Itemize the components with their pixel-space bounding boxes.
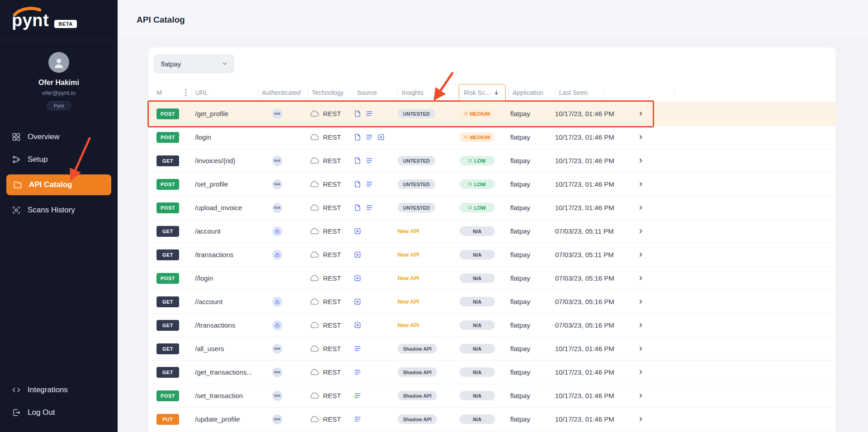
chevron-right-icon[interactable] bbox=[638, 322, 644, 328]
lock-icon bbox=[272, 297, 282, 307]
recorder-icon bbox=[354, 298, 361, 305]
application-label: flatpay bbox=[508, 180, 555, 188]
risk-badge: MEDIUM bbox=[460, 132, 495, 142]
table-row[interactable]: GET //account REST New API N/A flatpay 0… bbox=[148, 290, 836, 314]
risk-badge: N/A bbox=[460, 391, 495, 400]
sidebar-item-overview[interactable]: Overview bbox=[0, 126, 118, 148]
chevron-right-icon[interactable] bbox=[638, 346, 644, 352]
insight-badge: UNTESTED bbox=[398, 203, 435, 212]
technology-cell: REST bbox=[308, 298, 353, 305]
application-label: flatpay bbox=[508, 110, 555, 117]
source-cell bbox=[353, 321, 398, 329]
chevron-right-icon[interactable] bbox=[638, 275, 644, 281]
table-row[interactable]: POST /set_profile N/A REST UNTESTED LOW … bbox=[148, 173, 836, 196]
application-select[interactable]: flatpay bbox=[154, 54, 234, 73]
folder-icon bbox=[13, 180, 22, 189]
technology-cell: REST bbox=[308, 204, 353, 211]
chevron-right-icon[interactable] bbox=[638, 369, 644, 375]
last-seen-label: 10/17/23, 01:46 PM bbox=[555, 133, 603, 141]
list-icon bbox=[354, 345, 361, 352]
chevron-right-icon[interactable] bbox=[638, 134, 644, 140]
table-row[interactable]: GET /all_users N/A REST Shadow API N/A f… bbox=[148, 337, 836, 361]
method-badge: POST bbox=[157, 202, 179, 213]
sidebar-item-integrations[interactable]: Integrations bbox=[0, 379, 118, 401]
table-row[interactable]: GET /invoices/{rid} N/A REST UNTESTED LO… bbox=[148, 149, 836, 173]
table-row[interactable]: POST //login REST New API N/A flatpay 07… bbox=[148, 267, 836, 290]
chevron-right-icon[interactable] bbox=[638, 252, 644, 258]
chevron-right-icon[interactable] bbox=[638, 205, 644, 211]
table-row[interactable]: POST /set_transaction N/A REST Shadow AP… bbox=[148, 384, 836, 408]
technology-label: REST bbox=[323, 415, 341, 423]
last-seen-label: 10/17/23, 01:46 PM bbox=[555, 392, 603, 399]
insight-badge: Shadow API bbox=[398, 414, 437, 424]
auth-na-badge: N/A bbox=[272, 203, 282, 213]
sidebar-item-logout[interactable]: Log Out bbox=[0, 401, 118, 424]
auth-na-badge: N/A bbox=[272, 156, 282, 166]
auth-cell: N/A bbox=[258, 179, 308, 189]
risk-badge: N/A bbox=[460, 344, 495, 353]
insight-badge: New API bbox=[398, 226, 419, 236]
auth-cell: N/A bbox=[258, 391, 308, 401]
risk-level-dot bbox=[465, 136, 468, 139]
auth-na-badge: N/A bbox=[272, 179, 282, 189]
column-header-method[interactable]: M bbox=[157, 89, 191, 97]
chevron-right-icon[interactable] bbox=[638, 299, 644, 305]
chevron-right-icon[interactable] bbox=[638, 416, 644, 422]
auth-cell: N/A bbox=[258, 156, 308, 166]
column-header-technology[interactable]: Technology bbox=[308, 89, 353, 97]
method-badge: PUT bbox=[157, 414, 179, 425]
method-badge: GET bbox=[157, 155, 179, 166]
risk-level-dot bbox=[469, 206, 472, 209]
chevron-down-icon bbox=[222, 61, 228, 67]
source-cell bbox=[353, 345, 398, 352]
technology-cell: REST bbox=[308, 392, 353, 399]
user-block: Ofer Hakimi ofer@pynt.io Pynt bbox=[0, 40, 118, 110]
sidebar-item-api-catalog[interactable]: API Catalog bbox=[6, 174, 111, 195]
method-badge: GET bbox=[157, 343, 179, 354]
sidebar-item-label: Integrations bbox=[28, 385, 68, 394]
chevron-right-icon[interactable] bbox=[638, 393, 644, 399]
risk-badge: N/A bbox=[460, 320, 495, 330]
column-header-empty-1 bbox=[603, 89, 674, 97]
chevron-right-icon[interactable] bbox=[638, 158, 644, 164]
sort-desc-icon[interactable] bbox=[493, 89, 500, 96]
table-row[interactable]: POST /get_profile N/A REST UNTESTED MEDI… bbox=[148, 102, 836, 126]
chevron-right-icon[interactable] bbox=[638, 181, 644, 187]
column-header-authenticated[interactable]: Authenticated bbox=[258, 89, 308, 97]
kebab-menu-icon[interactable] bbox=[185, 89, 187, 97]
avatar bbox=[48, 52, 69, 73]
column-header-risk-score[interactable]: Risk Sc... bbox=[460, 89, 508, 97]
table-row[interactable]: POST /upload_invoice N/A REST UNTESTED L… bbox=[148, 196, 836, 220]
application-label: flatpay bbox=[508, 251, 555, 258]
sidebar-item-setup[interactable]: Setup bbox=[0, 148, 118, 171]
table-row[interactable]: PUT /update_profile N/A REST Shadow API … bbox=[148, 408, 836, 431]
doc-icon bbox=[354, 157, 361, 164]
column-header-source[interactable]: Source bbox=[353, 89, 398, 97]
chevron-right-icon[interactable] bbox=[638, 111, 644, 117]
sidebar-item-label: Setup bbox=[28, 155, 47, 164]
column-header-url[interactable]: URL bbox=[191, 89, 258, 97]
source-cell bbox=[353, 368, 398, 376]
risk-badge: MEDIUM bbox=[460, 109, 495, 118]
table-row[interactable]: GET /transactions REST New API N/A flatp… bbox=[148, 243, 836, 267]
table-row[interactable]: GET //transactions REST New API N/A flat… bbox=[148, 314, 836, 337]
table-row[interactable]: GET /get_transactions... N/A REST Shadow… bbox=[148, 361, 836, 384]
technology-label: REST bbox=[323, 110, 341, 117]
source-cell bbox=[353, 110, 398, 117]
technology-label: REST bbox=[323, 157, 341, 164]
chevron-right-icon[interactable] bbox=[638, 228, 644, 234]
sidebar-item-scans-history[interactable]: Scans History bbox=[0, 199, 118, 221]
endpoint-url: //transactions bbox=[191, 321, 258, 329]
column-header-insights[interactable]: Insights bbox=[398, 89, 460, 97]
table-row[interactable]: POST /login REST MEDIUM flatpay 10/17/23… bbox=[148, 126, 836, 149]
auth-cell: N/A bbox=[258, 344, 308, 354]
source-cell bbox=[353, 180, 398, 188]
column-header-last-seen[interactable]: Last Seen bbox=[555, 89, 603, 97]
list-icon bbox=[365, 180, 373, 188]
source-cell bbox=[353, 274, 398, 282]
table-row[interactable]: GET /account REST New API N/A flatpay 07… bbox=[148, 220, 836, 243]
cloud-icon bbox=[309, 392, 319, 399]
technology-cell: REST bbox=[308, 133, 353, 141]
insight-badge: UNTESTED bbox=[398, 109, 435, 118]
column-header-application[interactable]: Application bbox=[508, 89, 555, 97]
